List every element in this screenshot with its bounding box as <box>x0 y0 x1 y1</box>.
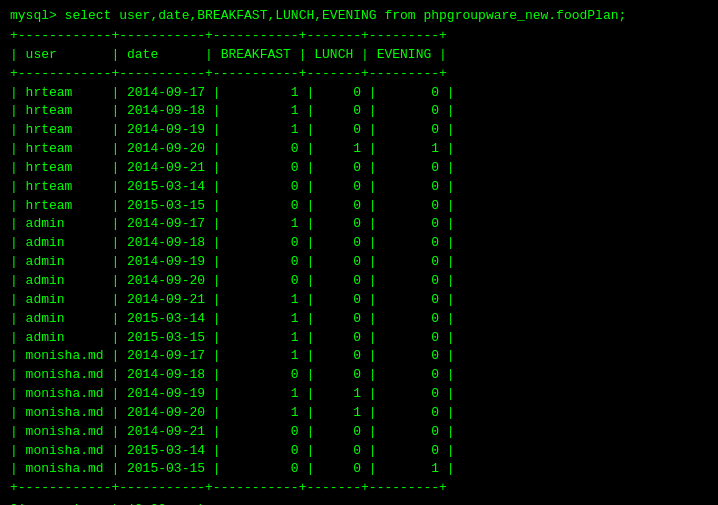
table-row: | admin | 2014-09-19 | 0 | 0 | 0 | <box>10 253 708 272</box>
table-row: | admin | 2014-09-17 | 1 | 0 | 0 | <box>10 215 708 234</box>
table-row: | hrteam | 2014-09-20 | 0 | 1 | 1 | <box>10 140 708 159</box>
separator-bottom: +------------+-----------+-----------+--… <box>10 479 708 498</box>
table-row: | hrteam | 2014-09-17 | 1 | 0 | 0 | <box>10 84 708 103</box>
table-row: | admin | 2015-03-14 | 1 | 0 | 0 | <box>10 310 708 329</box>
command-line: mysql> select user,date,BREAKFAST,LUNCH,… <box>10 8 708 23</box>
terminal-window: mysql> select user,date,BREAKFAST,LUNCH,… <box>10 8 708 505</box>
table-row: | admin | 2015-03-15 | 1 | 0 | 0 | <box>10 329 708 348</box>
table-row: | monisha.md | 2014-09-21 | 0 | 0 | 0 | <box>10 423 708 442</box>
table-row: | monisha.md | 2014-09-20 | 1 | 1 | 0 | <box>10 404 708 423</box>
table-row: | monisha.md | 2014-09-17 | 1 | 0 | 0 | <box>10 347 708 366</box>
table-header: | user | date | BREAKFAST | LUNCH | EVEN… <box>10 46 708 65</box>
separator-top: +------------+-----------+-----------+--… <box>10 27 708 46</box>
table-row: | monisha.md | 2014-09-18 | 0 | 0 | 0 | <box>10 366 708 385</box>
table-row: | hrteam | 2015-03-15 | 0 | 0 | 0 | <box>10 197 708 216</box>
table-row: | hrteam | 2014-09-19 | 1 | 0 | 0 | <box>10 121 708 140</box>
table-row: | admin | 2014-09-18 | 0 | 0 | 0 | <box>10 234 708 253</box>
table-row: | hrteam | 2015-03-14 | 0 | 0 | 0 | <box>10 178 708 197</box>
table-row: | admin | 2014-09-21 | 1 | 0 | 0 | <box>10 291 708 310</box>
table-row: | monisha.md | 2014-09-19 | 1 | 1 | 0 | <box>10 385 708 404</box>
table-body: | hrteam | 2014-09-17 | 1 | 0 | 0 || hrt… <box>10 84 708 480</box>
separator-mid: +------------+-----------+-----------+--… <box>10 65 708 84</box>
table-row: | monisha.md | 2015-03-14 | 0 | 0 | 0 | <box>10 442 708 461</box>
table-row: | hrteam | 2014-09-18 | 1 | 0 | 0 | <box>10 102 708 121</box>
table-row: | admin | 2014-09-20 | 0 | 0 | 0 | <box>10 272 708 291</box>
table-row: | hrteam | 2014-09-21 | 0 | 0 | 0 | <box>10 159 708 178</box>
table-row: | monisha.md | 2015-03-15 | 0 | 0 | 1 | <box>10 460 708 479</box>
